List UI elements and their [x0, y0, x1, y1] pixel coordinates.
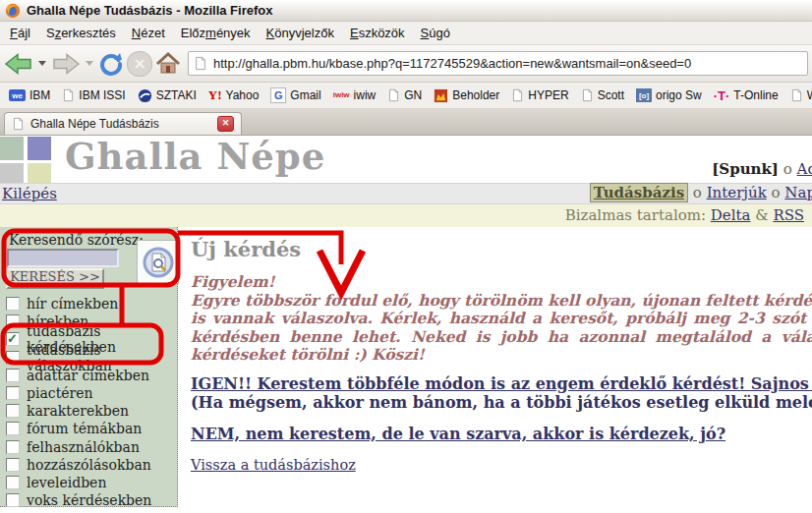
checkbox[interactable]: [6, 386, 20, 400]
page-title: Új kérdés: [191, 237, 301, 261]
menu-tools[interactable]: Eszközök: [342, 23, 413, 43]
bookmark-hyper[interactable]: HYPER: [505, 86, 574, 104]
checkbox-label: voks kérdésekben: [27, 492, 151, 508]
user-badge: [Spunk]: [712, 160, 779, 178]
url-bar[interactable]: http://ghalla.pbm.hu/kbase.php?q=1172745…: [188, 51, 808, 76]
sztaki-icon: [138, 88, 152, 103]
bookmark-ibm-issi[interactable]: IBM ISSI: [56, 86, 131, 104]
menu-file[interactable]: Fájl: [2, 23, 38, 43]
forward-dropdown[interactable]: [86, 61, 93, 66]
checkbox-row-forum-temakban: fórum témákban: [6, 420, 174, 437]
bookmark-ibm[interactable]: we IBM: [3, 86, 56, 104]
header-link-ad[interactable]: Ad: [797, 160, 812, 178]
checkbox-label: hír címekben: [27, 296, 118, 312]
page-icon: [581, 88, 594, 102]
checkbox[interactable]: [6, 297, 20, 311]
bookmark-iwiw[interactable]: iwiw iwiw: [327, 86, 382, 104]
search-icon-button[interactable]: [137, 240, 179, 284]
confidential-label: Bizalmas tartalom:: [565, 206, 706, 224]
tab-favicon-page-icon: [12, 117, 25, 131]
checkbox[interactable]: [6, 440, 20, 454]
checkbox-label: fórum témákban: [27, 421, 142, 436]
menu-bookmarks[interactable]: Könyvjelzők: [259, 23, 342, 43]
checkbox-row-leveleidben: leveleidben: [6, 474, 174, 491]
search-button[interactable]: KERESÉS >>: [6, 268, 104, 289]
bookmark-gmail[interactable]: G Gmail: [264, 86, 326, 105]
window-title: Ghalla Népe Tudásbázis - Mozilla Firefox: [27, 3, 272, 18]
checkbox[interactable]: [6, 458, 20, 472]
page-icon: [62, 88, 75, 102]
nav-link-nap[interactable]: Nap: [784, 184, 812, 201]
confidential-bar: Bizalmas tartalom: Delta & RSS: [0, 204, 812, 227]
page-icon: [194, 56, 207, 71]
admin-notice: Figyelem! Egyre többször fordul elő, hog…: [191, 273, 812, 365]
search-input[interactable]: [7, 249, 119, 267]
checkbox[interactable]: [6, 332, 20, 346]
bookmark-t-online[interactable]: ·T· T-Online: [708, 86, 784, 105]
checkbox-row-tudasbazis-valaszokban: tudásbázis válaszokban: [6, 349, 174, 367]
checkbox[interactable]: [6, 314, 20, 328]
search-sidebar: Keresendő szórész: KERESÉS >> hír címekb…: [0, 227, 178, 507]
no-searched-link[interactable]: NEM, nem kerestem, de le van szarva, akk…: [191, 425, 725, 443]
search-label: Keresendő szórész:: [9, 232, 144, 248]
notice-title: Figyelem!: [191, 273, 812, 292]
page-icon: [511, 88, 524, 102]
nav-current-tudasbazis[interactable]: Tudásbázis: [590, 183, 688, 202]
menu-help[interactable]: Súgó: [413, 23, 458, 43]
reload-icon: [98, 51, 124, 77]
beholder-icon: [434, 88, 448, 103]
checkbox[interactable]: [6, 493, 20, 507]
page-viewport: Ghalla Népe [Spunk] o Ad Kilépés Tudásbá…: [0, 136, 812, 513]
close-icon: ✕: [222, 118, 230, 128]
back-to-knowledge-base-link[interactable]: Vissza a tudásbázishoz: [191, 457, 356, 473]
checkbox[interactable]: [6, 404, 20, 418]
menu-edit[interactable]: Szerkesztés: [38, 23, 124, 43]
home-button[interactable]: [155, 49, 181, 79]
back-dropdown[interactable]: [38, 61, 46, 66]
checkbox-label: piactéren: [27, 385, 93, 401]
window-titlebar: Ghalla Népe Tudásbázis - Mozilla Firefox: [0, 0, 812, 22]
bookmark-winehq[interactable]: Wine HQ: [784, 86, 812, 104]
t-online-icon: ·T·: [714, 88, 730, 103]
section-nav: Tudásbázis o Interjúk o Nap: [590, 184, 812, 201]
notice-line: is vannak válaszolva. Kérlek, használd a…: [191, 310, 812, 328]
checkbox-row-voks-kerdesekben: voks kérdésekben: [6, 491, 174, 509]
document-search-icon: [142, 245, 175, 280]
checkbox[interactable]: [6, 476, 20, 489]
back-arrow-icon: [4, 51, 33, 77]
link-rss[interactable]: RSS: [773, 206, 804, 224]
gmail-icon: G: [270, 87, 286, 103]
link-delta[interactable]: Delta: [711, 206, 751, 224]
checkbox[interactable]: [6, 351, 20, 365]
checkbox-label: hozzászólásokban: [27, 457, 151, 473]
yes-searched-link[interactable]: IGEN!! Kerestem többféle módon is az eng…: [191, 374, 812, 393]
logout-link[interactable]: Kilépés: [2, 185, 57, 202]
reload-button[interactable]: [98, 49, 124, 79]
site-header: Ghalla Népe [Spunk] o Ad: [0, 136, 812, 183]
checkbox-row-adattar-cimekben: adattár címekben: [6, 367, 174, 384]
bookmark-sztaki[interactable]: SZTAKI: [132, 86, 203, 105]
yes-searched-note: (Ha mégsem, akkor nem bánom, ha a többi …: [191, 393, 812, 412]
checkbox-row-hir-cimekben: hír címekben: [6, 295, 174, 313]
origo-icon: [o]: [636, 88, 652, 102]
header-user-row: [Spunk] o Ad: [712, 160, 812, 178]
bookmark-gn[interactable]: GN: [381, 86, 428, 104]
tab-close-button[interactable]: ✕: [217, 116, 234, 132]
ibm-we-icon: we: [9, 89, 26, 101]
stop-button[interactable]: ✕: [127, 49, 152, 79]
bookmarks-toolbar: we IBM IBM ISSI SZTAKI Y! Yahoo G Gmail …: [0, 83, 812, 109]
back-button[interactable]: [4, 49, 33, 79]
forward-button[interactable]: [51, 49, 81, 79]
checkbox[interactable]: [6, 369, 20, 382]
checkbox[interactable]: [6, 422, 20, 435]
menu-view[interactable]: Nézet: [124, 23, 173, 43]
bookmark-origo[interactable]: [o] origo Sw: [630, 86, 708, 104]
bookmark-yahoo[interactable]: Y! Yahoo: [203, 86, 265, 105]
page-icon: [790, 88, 803, 102]
menu-history[interactable]: Előzmények: [173, 23, 259, 43]
bookmark-scott[interactable]: Scott: [575, 86, 630, 104]
nav-link-interjuk[interactable]: Interjúk: [707, 184, 767, 201]
checkbox-label: leveleidben: [27, 475, 106, 490]
tab-ghalla-nepe[interactable]: Ghalla Népe Tudásbázis ✕: [4, 112, 242, 135]
bookmark-beholder[interactable]: Beholder: [428, 86, 505, 105]
